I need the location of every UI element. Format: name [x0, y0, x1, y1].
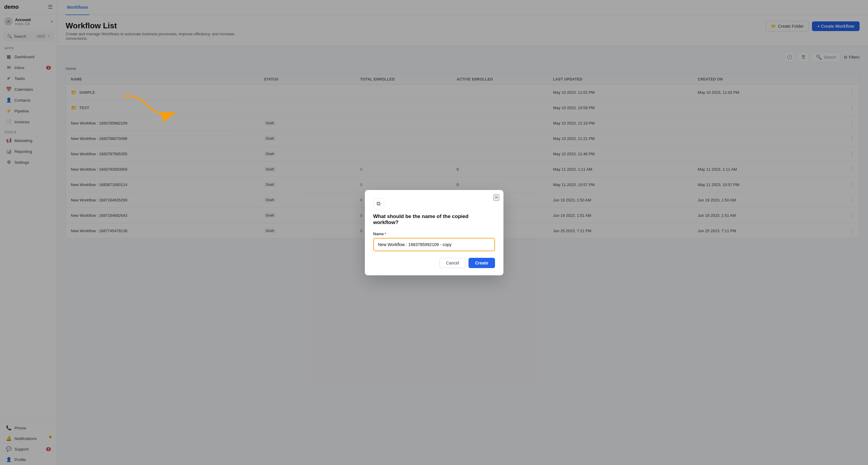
create-button[interactable]: Create [468, 258, 495, 268]
modal-field-label: Name* [373, 232, 495, 236]
modal-overlay[interactable]: ⧉ ✕ What should be the name of the copie… [0, 0, 868, 465]
modal-close-button[interactable]: ✕ [494, 194, 499, 201]
workflow-name-input[interactable] [373, 238, 495, 251]
required-indicator: * [384, 232, 386, 236]
copy-workflow-modal: ⧉ ✕ What should be the name of the copie… [365, 190, 503, 275]
annotation-arrow [118, 90, 184, 127]
modal-copy-icon: ⧉ [373, 198, 384, 209]
cancel-button[interactable]: Cancel [440, 258, 465, 268]
modal-actions: Cancel Create [373, 258, 495, 268]
modal-title: What should be the name of the copied wo… [373, 213, 495, 226]
